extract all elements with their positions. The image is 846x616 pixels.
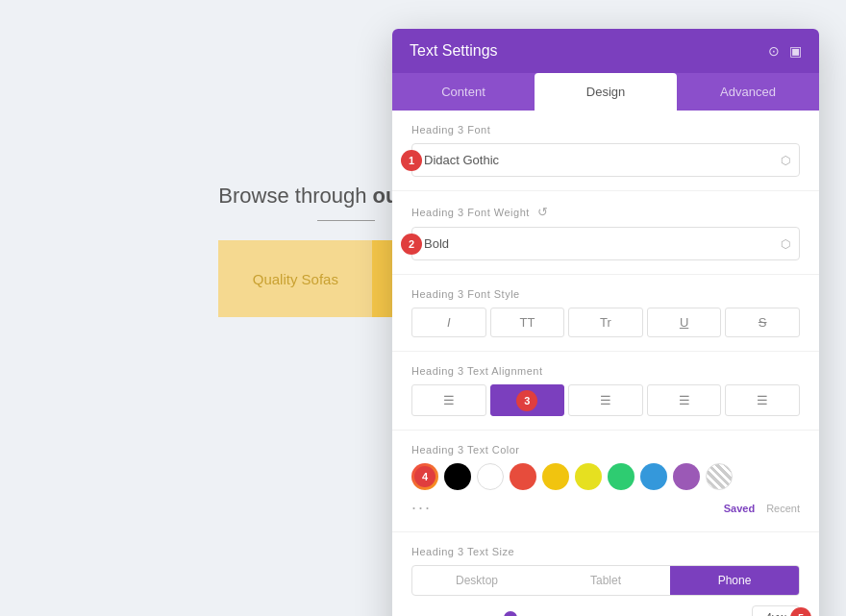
tab-advanced[interactable]: Advanced — [677, 73, 819, 111]
align-buttons-group: ☰ 3 ☰ ☰ ☰ — [411, 384, 800, 416]
reset-weight-icon[interactable]: ↺ — [537, 205, 548, 219]
style-strikethrough[interactable]: S — [725, 308, 800, 337]
align-left[interactable]: ☰ — [411, 384, 486, 416]
style-capitalize[interactable]: Tr — [568, 308, 643, 337]
color-swatches-row: ✏ 4 — [411, 463, 800, 490]
align-right[interactable]: ☰ — [568, 384, 643, 416]
align-none[interactable]: ☰ — [725, 384, 800, 416]
tabs-bar: Content Design Advanced — [392, 73, 819, 111]
device-tablet[interactable]: Tablet — [541, 566, 670, 595]
color-yellow[interactable] — [542, 463, 569, 490]
step-badge-1: 1 — [401, 150, 422, 171]
page-divider — [317, 220, 375, 221]
heading3-weight-label: Heading 3 Font Weight — [411, 207, 530, 218]
modal-title: Text Settings — [410, 42, 498, 60]
heading3-style-section: Heading 3 Font Style I TT Tr U S — [392, 275, 819, 352]
color-red[interactable] — [510, 463, 536, 490]
color-tabs: Saved Recent — [724, 503, 800, 514]
heading3-weight-select[interactable]: Bold — [411, 227, 800, 260]
slider-thumb[interactable] — [504, 611, 517, 616]
heading3-align-section: Heading 3 Text Alignment ☰ 3 ☰ ☰ ☰ — [392, 352, 819, 431]
style-buttons-group: I TT Tr U S — [411, 308, 800, 337]
color-yellow2[interactable] — [575, 463, 602, 490]
quality-sofas-label: Quality Sofas — [253, 271, 338, 287]
color-black[interactable] — [444, 463, 471, 490]
heading3-font-label: Heading 3 Font — [411, 124, 800, 136]
heading3-size-label: Heading 3 Text Size — [411, 546, 800, 557]
size-input-wrapper: 5 — [752, 605, 800, 616]
quality-sofas-card: Quality Sofas — [218, 240, 372, 317]
heading3-font-wrapper: 1 Didact Gothic ⬡ — [411, 143, 800, 177]
color-pen-wrapper: ✏ 4 — [411, 463, 438, 490]
heading3-weight-section: Heading 3 Font Weight ↺ 2 Bold ⬡ — [392, 191, 819, 275]
style-uppercase[interactable]: TT — [490, 308, 565, 337]
text-settings-modal: Text Settings ⊙ ▣ Content Design Advance… — [392, 29, 819, 616]
align-justify[interactable]: ☰ — [647, 384, 722, 416]
color-tab-recent[interactable]: Recent — [766, 503, 800, 514]
color-striped[interactable] — [706, 463, 733, 490]
align-center[interactable]: 3 — [490, 384, 565, 416]
style-italic[interactable]: I — [411, 308, 486, 337]
more-colors-icon[interactable]: ··· — [411, 498, 432, 518]
color-white[interactable] — [477, 463, 504, 490]
style-underline[interactable]: U — [647, 308, 722, 337]
color-blue[interactable] — [640, 463, 667, 490]
heading3-color-section: Heading 3 Text Color ✏ 4 — [392, 431, 819, 532]
heading3-weight-label-row: Heading 3 Font Weight ↺ — [411, 205, 800, 219]
color-purple[interactable] — [673, 463, 700, 490]
heading3-weight-wrapper: 2 Bold ⬡ — [411, 227, 800, 260]
heading3-style-label: Heading 3 Font Style — [411, 288, 800, 300]
step-badge-5: 5 — [790, 607, 811, 616]
color-tab-saved[interactable]: Saved — [724, 503, 755, 514]
device-desktop[interactable]: Desktop — [412, 566, 541, 595]
tab-design[interactable]: Design — [535, 73, 677, 111]
color-green[interactable] — [608, 463, 634, 490]
step-badge-4: 4 — [414, 466, 435, 487]
heading3-size-section: Heading 3 Text Size Desktop Tablet Phone… — [392, 532, 819, 616]
step-badge-2: 2 — [401, 234, 422, 255]
modal-body: Heading 3 Font 1 Didact Gothic ⬡ Heading… — [392, 111, 819, 616]
heading3-align-label: Heading 3 Text Alignment — [411, 365, 800, 377]
modal-header: Text Settings ⊙ ▣ — [392, 29, 819, 73]
heading3-font-section: Heading 3 Font 1 Didact Gothic ⬡ — [392, 111, 819, 191]
expand-icon[interactable]: ▣ — [789, 43, 802, 59]
slider-row: 5 — [411, 605, 800, 616]
device-tabs: Desktop Tablet Phone — [411, 565, 800, 596]
modal-header-icons: ⊙ ▣ — [768, 43, 802, 59]
heading3-font-select[interactable]: Didact Gothic — [411, 143, 800, 177]
device-phone[interactable]: Phone — [670, 566, 799, 595]
color-bottom-row: ··· Saved Recent — [411, 498, 800, 518]
tab-content[interactable]: Content — [392, 73, 535, 111]
target-icon[interactable]: ⊙ — [768, 43, 780, 59]
heading3-color-label: Heading 3 Text Color — [411, 444, 800, 456]
step-badge-3: 3 — [516, 390, 537, 411]
